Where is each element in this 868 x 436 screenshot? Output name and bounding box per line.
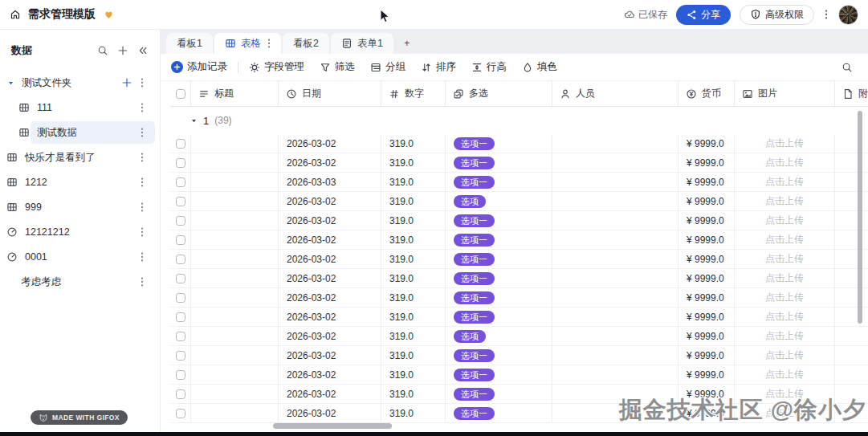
cell-title[interactable] [191, 385, 279, 403]
cell-person[interactable] [552, 134, 679, 153]
item-more-menu-icon[interactable] [141, 226, 144, 238]
option-tag[interactable]: 选项一 [454, 349, 495, 362]
cell-currency[interactable]: ¥ 9999.0 [679, 250, 735, 268]
cell-number[interactable]: 319.0 [381, 288, 446, 307]
share-button[interactable]: 分享 [676, 5, 731, 25]
column-header-货币[interactable]: 货币 [679, 81, 735, 106]
cell-title[interactable] [191, 365, 279, 384]
cell-image[interactable]: 点击上传 [735, 288, 835, 307]
tab-menu-icon[interactable] [267, 38, 271, 49]
cell-image[interactable]: 点击上传 [735, 308, 835, 326]
tab-表格[interactable]: 表格 [214, 33, 281, 54]
cell-date[interactable]: 2026-03-02 [279, 250, 381, 268]
cell-person[interactable] [552, 153, 679, 172]
cell-attachment[interactable] [835, 365, 868, 384]
cell-person[interactable] [552, 269, 679, 287]
cell-currency[interactable]: ¥ 9999.0 [679, 346, 735, 365]
cell-number[interactable]: 319.0 [381, 269, 446, 287]
cell-multiselect[interactable]: 选项一 [446, 288, 552, 307]
cell-number[interactable]: 319.0 [381, 308, 446, 326]
cell-attachment[interactable] [835, 250, 868, 268]
sidebar-item-111[interactable]: 111 [0, 96, 160, 120]
item-more-menu-icon[interactable] [141, 251, 144, 263]
cell-currency[interactable]: ¥ 9999.0 [679, 308, 735, 326]
add-record-button[interactable]: 添加记录 [171, 60, 227, 74]
cell-person[interactable] [552, 327, 679, 345]
group-row[interactable]: 1 (39) [170, 107, 868, 134]
column-header-数字[interactable]: 数字 [381, 81, 446, 106]
more-menu-icon[interactable] [823, 9, 829, 20]
option-tag[interactable]: 选项一 [454, 407, 495, 420]
advanced-permissions-button[interactable]: 高级权限 [740, 5, 814, 25]
field-manage-button[interactable]: 字段管理 [249, 60, 304, 74]
cell-date[interactable]: 2026-03-02 [279, 365, 381, 384]
sidebar-item-0001[interactable]: 0001 [0, 245, 160, 269]
row-checkbox[interactable] [170, 308, 191, 326]
cell-number[interactable]: 319.0 [381, 173, 446, 191]
table-row[interactable]: 2026-03-02319.0选项一¥ 9999.0点击上传 [170, 308, 868, 327]
cell-date[interactable]: 2026-03-02 [279, 385, 381, 403]
column-header-标题[interactable]: 标题 [191, 81, 279, 106]
upload-placeholder[interactable]: 点击上传 [743, 252, 826, 266]
cell-currency[interactable]: ¥ 9999.0 [679, 327, 735, 345]
cell-multiselect[interactable]: 选项一 [446, 365, 552, 384]
heart-icon[interactable] [103, 9, 115, 20]
cell-title[interactable] [191, 327, 279, 345]
cell-title[interactable] [191, 288, 279, 307]
cell-date[interactable]: 2026-03-02 [279, 230, 381, 249]
cell-multiselect[interactable]: 选项一 [446, 153, 552, 172]
option-tag[interactable]: 选项 [454, 330, 486, 343]
table-row[interactable]: 2026-03-02319.0选项一¥ 9999.0点击上传 [170, 346, 868, 365]
cell-date[interactable]: 2026-03-02 [279, 153, 381, 172]
column-header-日期[interactable]: 日期 [279, 81, 381, 106]
upload-placeholder[interactable]: 点击上传 [743, 329, 826, 343]
cell-attachment[interactable] [835, 346, 868, 365]
item-more-menu-icon[interactable] [141, 127, 144, 138]
table-row[interactable]: 2026-03-02319.0选项¥ 9999.0点击上传 [170, 192, 868, 211]
upload-placeholder[interactable]: 点击上传 [743, 368, 826, 381]
upload-placeholder[interactable]: 点击上传 [743, 233, 826, 247]
upload-placeholder[interactable]: 点击上传 [743, 406, 826, 420]
cell-image[interactable]: 点击上传 [735, 192, 835, 210]
cell-person[interactable] [552, 385, 679, 403]
column-header-人员[interactable]: 人员 [552, 81, 679, 106]
cell-title[interactable] [191, 153, 279, 172]
cell-currency[interactable]: ¥ 9999.0 [679, 385, 735, 403]
cell-currency[interactable]: ¥ 9999.0 [679, 404, 735, 422]
cell-attachment[interactable] [835, 327, 868, 345]
row-checkbox[interactable] [170, 230, 191, 249]
cell-date[interactable]: 2026-03-02 [279, 192, 381, 210]
cell-number[interactable]: 319.0 [381, 385, 446, 403]
option-tag[interactable]: 选项一 [454, 291, 495, 304]
row-checkbox[interactable] [170, 288, 191, 307]
item-more-menu-icon[interactable] [141, 202, 144, 213]
fill-color-button[interactable]: 填色 [522, 60, 557, 74]
group-collapse-icon[interactable] [190, 117, 198, 124]
option-tag[interactable]: 选项一 [454, 234, 495, 247]
cell-attachment[interactable] [835, 173, 868, 191]
cell-attachment[interactable] [835, 192, 868, 210]
table-row[interactable]: 2026-03-02319.0选项¥ 9999.0点击上传 [170, 327, 868, 346]
cell-attachment[interactable] [835, 385, 868, 403]
cell-number[interactable]: 319.0 [381, 230, 446, 249]
cell-person[interactable] [552, 346, 679, 365]
search-icon[interactable] [97, 45, 108, 56]
option-tag[interactable]: 选项 [454, 195, 486, 208]
collapse-sidebar-icon[interactable] [137, 45, 149, 56]
cell-image[interactable]: 点击上传 [735, 173, 835, 191]
cell-person[interactable] [552, 230, 679, 249]
cell-number[interactable]: 319.0 [381, 192, 446, 210]
cell-title[interactable] [191, 346, 279, 365]
cell-date[interactable]: 2026-03-02 [279, 134, 381, 153]
cell-title[interactable] [191, 173, 279, 191]
avatar[interactable] [838, 5, 858, 25]
cell-date[interactable]: 2026-03-02 [279, 404, 381, 422]
table-row[interactable]: 2026-03-02319.0选项一¥ 9999.0点击上传 [170, 404, 868, 423]
sidebar-item-12121212[interactable]: 12121212 [0, 220, 160, 244]
cell-attachment[interactable] [835, 404, 868, 422]
cell-person[interactable] [552, 308, 679, 326]
cell-multiselect[interactable]: 选项一 [446, 211, 552, 230]
cell-multiselect[interactable]: 选项一 [446, 134, 552, 153]
cell-number[interactable]: 319.0 [381, 327, 446, 345]
cell-attachment[interactable] [835, 134, 868, 153]
